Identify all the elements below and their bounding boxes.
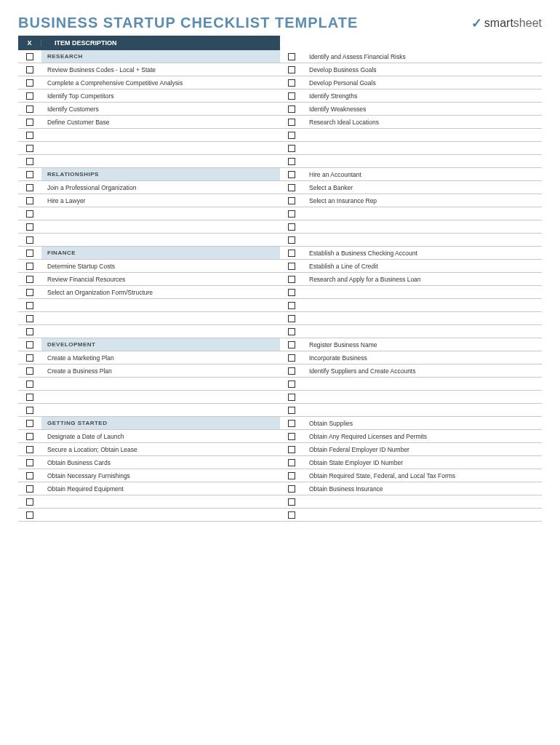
checkbox[interactable] bbox=[26, 381, 33, 388]
checkbox[interactable] bbox=[26, 197, 33, 204]
checklist-row: Complete a Comprehensive Competitive Ana… bbox=[18, 76, 280, 89]
checkbox[interactable] bbox=[288, 171, 295, 178]
checkbox[interactable] bbox=[26, 315, 33, 322]
checkbox[interactable] bbox=[288, 407, 295, 414]
checkbox[interactable] bbox=[288, 485, 295, 493]
checkbox[interactable] bbox=[26, 341, 33, 348]
checkbox[interactable] bbox=[26, 485, 33, 493]
checkbox[interactable] bbox=[26, 263, 33, 270]
checkbox[interactable] bbox=[288, 381, 295, 388]
checkbox[interactable] bbox=[288, 433, 295, 440]
checkbox[interactable] bbox=[288, 394, 295, 401]
checkbox[interactable] bbox=[288, 105, 295, 113]
checkbox[interactable] bbox=[26, 79, 33, 87]
checkbox[interactable] bbox=[288, 315, 295, 322]
checkbox[interactable] bbox=[288, 263, 295, 270]
checkbox[interactable] bbox=[288, 66, 295, 73]
checkbox[interactable] bbox=[26, 289, 33, 296]
item-label: Select an Organization Form/Structure bbox=[41, 286, 280, 298]
checklist-row: Obtain State Employer ID Number bbox=[280, 456, 542, 469]
item-label: Review Business Codes - Local + State bbox=[41, 63, 280, 76]
checkbox[interactable] bbox=[288, 511, 295, 519]
checkbox[interactable] bbox=[26, 92, 33, 100]
item-label: Join a Professional Organization bbox=[41, 181, 280, 194]
checkbox[interactable] bbox=[288, 197, 295, 204]
checkbox[interactable] bbox=[26, 119, 33, 126]
item-label: Incorporate Business bbox=[303, 351, 542, 364]
checkbox[interactable] bbox=[288, 328, 295, 335]
checkbox[interactable] bbox=[288, 132, 295, 139]
checkbox[interactable] bbox=[288, 498, 295, 506]
checkbox[interactable] bbox=[26, 420, 33, 427]
checkbox[interactable] bbox=[26, 302, 33, 309]
checkbox[interactable] bbox=[26, 223, 33, 231]
checkbox-cell bbox=[18, 391, 41, 403]
item-label: Create a Marketing Plan bbox=[41, 351, 280, 364]
item-label: Secure a Location; Obtain Lease bbox=[41, 443, 280, 455]
checkbox[interactable] bbox=[288, 472, 295, 479]
checkbox[interactable] bbox=[26, 367, 33, 375]
checklist-row bbox=[280, 129, 542, 142]
item-label: Establish a Line of Credit bbox=[303, 260, 542, 272]
item-label bbox=[303, 142, 542, 154]
checkbox[interactable] bbox=[288, 92, 295, 100]
checkbox[interactable] bbox=[26, 328, 33, 335]
checkbox[interactable] bbox=[26, 394, 33, 401]
checkbox[interactable] bbox=[26, 184, 33, 191]
checkbox[interactable] bbox=[26, 276, 33, 283]
checkbox[interactable] bbox=[26, 66, 33, 73]
checkbox-cell bbox=[18, 247, 41, 259]
checkbox-cell bbox=[280, 103, 303, 115]
checkbox[interactable] bbox=[26, 158, 33, 165]
checkbox[interactable] bbox=[288, 446, 295, 453]
checkbox[interactable] bbox=[288, 145, 295, 152]
section-row: FINANCE bbox=[18, 247, 280, 260]
item-label: Develop Personal Goals bbox=[303, 76, 542, 89]
checkbox[interactable] bbox=[26, 171, 33, 178]
checkbox[interactable] bbox=[26, 145, 33, 152]
checkbox[interactable] bbox=[26, 459, 33, 466]
checkbox[interactable] bbox=[26, 407, 33, 414]
checkbox[interactable] bbox=[26, 354, 33, 362]
checklist-row bbox=[18, 299, 280, 312]
checkbox[interactable] bbox=[26, 511, 33, 519]
checkbox[interactable] bbox=[288, 79, 295, 87]
checkbox[interactable] bbox=[288, 184, 295, 191]
checkbox[interactable] bbox=[288, 354, 295, 362]
item-label: Define Customer Base bbox=[41, 116, 280, 128]
checkbox[interactable] bbox=[288, 289, 295, 296]
checkbox[interactable] bbox=[26, 210, 33, 218]
checkbox[interactable] bbox=[26, 446, 33, 453]
checkbox[interactable] bbox=[288, 158, 295, 165]
checkbox-cell bbox=[18, 443, 41, 455]
checklist-row bbox=[280, 312, 542, 325]
checkbox[interactable] bbox=[26, 250, 33, 257]
checkbox[interactable] bbox=[288, 53, 295, 60]
checkbox[interactable] bbox=[288, 459, 295, 466]
checkbox[interactable] bbox=[26, 105, 33, 113]
checkbox[interactable] bbox=[288, 341, 295, 348]
checkbox[interactable] bbox=[26, 498, 33, 506]
checkbox[interactable] bbox=[288, 367, 295, 375]
checklist-row: Secure a Location; Obtain Lease bbox=[18, 443, 280, 456]
checkbox[interactable] bbox=[288, 236, 295, 244]
checkbox[interactable] bbox=[26, 236, 33, 244]
item-label bbox=[41, 509, 280, 521]
checkbox[interactable] bbox=[288, 210, 295, 218]
checkbox[interactable] bbox=[288, 250, 295, 257]
checklist-row: Create a Marketing Plan bbox=[18, 351, 280, 364]
checkbox-cell bbox=[280, 495, 303, 508]
checkbox[interactable] bbox=[288, 420, 295, 427]
checkbox[interactable] bbox=[288, 119, 295, 126]
checklist-row: Obtain Supplies bbox=[280, 417, 542, 430]
item-label: Obtain Business Insurance bbox=[303, 482, 542, 495]
checkbox[interactable] bbox=[26, 132, 33, 139]
checkbox[interactable] bbox=[288, 302, 295, 309]
checkbox[interactable] bbox=[288, 276, 295, 283]
checkbox[interactable] bbox=[288, 223, 295, 231]
item-label bbox=[303, 391, 542, 403]
checkbox[interactable] bbox=[26, 472, 33, 479]
checkbox[interactable] bbox=[26, 53, 33, 60]
checkbox[interactable] bbox=[26, 433, 33, 440]
checkbox-cell bbox=[18, 469, 41, 482]
